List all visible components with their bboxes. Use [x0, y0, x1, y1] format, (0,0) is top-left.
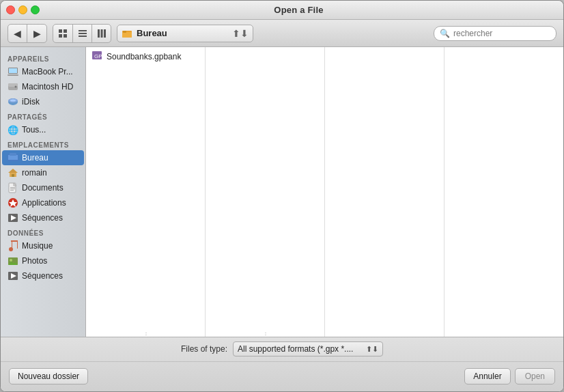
search-icon: 🔍 — [440, 29, 450, 38]
bottom-bar: Files of type: All supported formats (*.… — [1, 337, 563, 391]
sidebar: APPAREILS MacBook Pr... — [1, 47, 86, 337]
file-type-label: Files of type: — [181, 344, 227, 354]
hdd-icon — [8, 81, 18, 92]
location-text: Bureau — [137, 28, 228, 38]
sidebar-item-label-macbook: MacBook Pr... — [22, 67, 73, 76]
sidebar-item-sequences[interactable]: Séquences — [2, 210, 84, 225]
sidebar-item-applications[interactable]: Applications — [2, 195, 84, 210]
main-content: APPAREILS MacBook Pr... — [1, 47, 563, 337]
action-row: Nouveau dossier Annuler Open — [1, 362, 563, 391]
sidebar-item-label-photos: Photos — [22, 256, 47, 266]
sidebar-item-bureau[interactable]: Bureau — [2, 150, 84, 165]
documents-icon — [8, 182, 18, 193]
view-column-button[interactable] — [91, 25, 111, 42]
sidebar-item-macintosh[interactable]: Macintosh HD — [2, 79, 84, 94]
close-button[interactable] — [6, 5, 15, 14]
resize-handle-2[interactable]: ⋮ — [262, 331, 268, 337]
sidebar-section-donnees: DONNÉES — [1, 225, 85, 238]
traffic-lights — [6, 5, 40, 14]
gpbank-icon: GP — [91, 50, 102, 63]
file-item-name-soundbanks: Soundbanks.gpbank — [107, 52, 181, 61]
back-button[interactable]: ◀ — [8, 25, 27, 42]
select-dropdown-arrow: ⬆⬇ — [366, 345, 378, 354]
file-type-select-text: All supported formats (*.gpx *.... — [238, 344, 363, 354]
sidebar-section-emplacements: EMPLACEMENTS — [1, 137, 85, 150]
sidebar-item-photos[interactable]: Photos — [2, 253, 84, 268]
svg-rect-3 — [64, 34, 67, 38]
svg-point-40 — [9, 247, 13, 251]
file-type-row: Files of type: All supported formats (*.… — [1, 337, 563, 362]
svg-rect-0 — [59, 29, 62, 33]
minimize-button[interactable] — [18, 5, 27, 14]
svg-point-18 — [15, 86, 17, 88]
music-icon — [8, 240, 18, 251]
sidebar-item-romain[interactable]: romain — [2, 165, 84, 180]
photos-icon — [8, 255, 18, 266]
svg-marker-25 — [8, 169, 18, 173]
svg-rect-2 — [59, 34, 62, 38]
nav-buttons: ◀ ▶ — [8, 24, 47, 43]
sequences-icon — [8, 212, 18, 223]
resize-handle-1[interactable]: ⋮ — [143, 331, 148, 337]
main-window: Open a File ◀ ▶ — [0, 0, 564, 392]
sidebar-item-label-romain: romain — [22, 168, 47, 178]
cancel-button[interactable]: Annuler — [464, 368, 510, 384]
svg-rect-14 — [9, 68, 17, 73]
svg-rect-32 — [10, 190, 14, 191]
svg-rect-38 — [12, 240, 12, 249]
file-type-select[interactable]: All supported formats (*.gpx *.... ⬆⬇ — [233, 341, 383, 356]
sidebar-item-musique[interactable]: Musique — [2, 238, 84, 253]
sidebar-item-sequences2[interactable]: Séquences — [2, 268, 84, 283]
browser-column-4 — [445, 47, 563, 337]
view-icon-button[interactable] — [53, 25, 72, 42]
sidebar-item-label-sequences2: Séquences — [22, 271, 63, 281]
title-bar: Open a File — [1, 1, 563, 20]
home-icon — [8, 167, 18, 178]
svg-rect-5 — [79, 33, 87, 34]
sidebar-item-label-bureau: Bureau — [22, 153, 48, 163]
sidebar-item-tous[interactable]: 🌐 Tous... — [2, 122, 84, 137]
icon-columns — [97, 29, 107, 38]
sidebar-section-appareils: APPAREILS — [1, 51, 85, 64]
search-input[interactable] — [453, 29, 549, 38]
svg-rect-4 — [79, 30, 87, 31]
location-icon — [122, 28, 132, 39]
svg-rect-31 — [10, 188, 15, 189]
location-dropdown-arrow: ⬆⬇ — [232, 28, 249, 39]
bureau-icon — [8, 152, 18, 163]
location-bar[interactable]: Bureau ⬆⬇ — [117, 25, 253, 42]
toolbar: ◀ ▶ — [1, 20, 563, 47]
sidebar-item-label-tous: Tous... — [22, 125, 46, 135]
sidebar-item-label-macintosh: Macintosh HD — [22, 82, 73, 92]
svg-rect-15 — [8, 74, 18, 76]
svg-rect-9 — [104, 29, 106, 38]
globe-icon: 🌐 — [8, 124, 18, 135]
idisk-icon — [8, 96, 18, 107]
icon-list — [78, 29, 87, 38]
forward-button[interactable]: ▶ — [27, 25, 46, 42]
svg-point-21 — [10, 100, 16, 102]
action-buttons-right: Annuler Open — [464, 368, 555, 384]
sidebar-item-label-sequences: Séquences — [22, 213, 63, 223]
svg-rect-30 — [10, 187, 15, 188]
svg-rect-8 — [100, 29, 102, 38]
macbook-icon — [8, 66, 18, 77]
sidebar-item-label-applications: Applications — [22, 198, 66, 208]
sidebar-item-documents[interactable]: Documents — [2, 180, 84, 195]
file-item-soundbanks[interactable]: GP Soundbanks.gpbank — [86, 47, 205, 66]
sidebar-item-macbook[interactable]: MacBook Pr... — [2, 64, 84, 79]
applications-icon — [8, 197, 18, 208]
svg-rect-24 — [10, 153, 16, 156]
open-button[interactable]: Open — [515, 368, 555, 384]
view-buttons — [53, 24, 111, 43]
new-folder-button[interactable]: Nouveau dossier — [9, 368, 88, 384]
sidebar-item-label-idisk: iDisk — [22, 97, 40, 107]
view-list-button[interactable] — [72, 25, 91, 42]
svg-rect-7 — [98, 29, 100, 38]
sidebar-section-partages: PARTAGÉS — [1, 109, 85, 122]
svg-rect-11 — [122, 32, 132, 38]
icon-grid — [58, 29, 68, 38]
window-title: Open a File — [40, 5, 558, 15]
sidebar-item-idisk[interactable]: iDisk — [2, 94, 84, 109]
maximize-button[interactable] — [31, 5, 40, 14]
